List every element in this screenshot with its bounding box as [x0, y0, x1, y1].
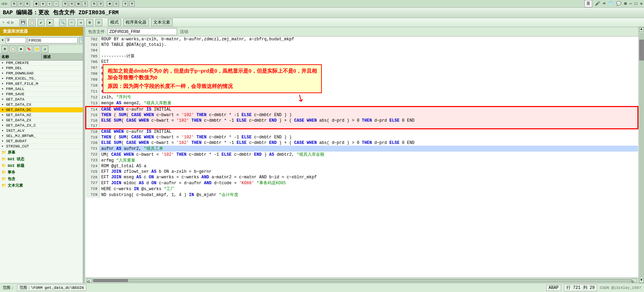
- sidebar-item[interactable]: • STRING_CUT: [0, 144, 83, 149]
- toolbar-icon-2[interactable]: ⊡: [18, 1, 23, 7]
- sidebar-filter-input[interactable]: [27, 37, 78, 43]
- nav-back-icon[interactable]: ◁: [1, 1, 4, 6]
- sidebar-item[interactable]: • FRM_GET_FILE_M: [0, 81, 83, 87]
- code-line-content[interactable]: zxlh, "序列号: [100, 94, 638, 100]
- code-line-content[interactable]: CASE WHEN c~aufnr IS INITIAL: [100, 107, 638, 112]
- scroll-left-btn[interactable]: ◁: [87, 278, 92, 283]
- code-line-content[interactable]: [100, 123, 638, 129]
- toolbar-mode-btn[interactable]: 模式: [108, 19, 121, 26]
- sidebar-item[interactable]: • FRM_EXCEL_TO_: [0, 76, 83, 81]
- toolbar-icon-14[interactable]: ◉: [107, 1, 112, 7]
- code-line-content[interactable]: HERE c~werks IN @s_werks "工厂: [100, 186, 638, 192]
- toolbar-icon-8[interactable]: ⊞: [62, 1, 68, 7]
- code-line-content[interactable]: ROM @gt_total AS a: [100, 163, 638, 169]
- code-line-content[interactable]: THEN ( SUM( CASE WHEN c~bwart = '102' TH…: [100, 112, 638, 118]
- sidebar-item[interactable]: • GET_DATA_ZX: [0, 118, 83, 123]
- code-line-content[interactable]: ECT: [100, 59, 638, 65]
- code-line-content[interactable]: aufnr AS aufnr2, "模具工单: [100, 146, 638, 152]
- toolbar-icon-12[interactable]: ⊞: [91, 1, 97, 7]
- file-name-input[interactable]: [108, 28, 177, 35]
- toolbar-run-icon[interactable]: ▶: [47, 19, 54, 26]
- code-line-content[interactable]: menge, "预计产出成品重量: [100, 82, 638, 88]
- sidebar-item[interactable]: • FRM_DEL: [0, 66, 83, 71]
- toolbar-icon-11[interactable]: ℹ: [82, 1, 88, 7]
- sidebar-folder[interactable]: 📁包含: [0, 176, 83, 182]
- code-line-content[interactable]: CASE WHEN c~aufnr IS INITIAL: [100, 129, 638, 135]
- code-line-content[interactable]: menge AS menge2, "模具入库数量: [100, 100, 638, 107]
- toolbar-icon-5[interactable]: ◈: [40, 1, 46, 7]
- sidebar-item[interactable]: • FRM_SAVE: [0, 92, 83, 97]
- sidebar-item[interactable]: • SEL_MJ_BRTWR_: [0, 133, 83, 139]
- dropdown-arrow-icon[interactable]: ▾: [1, 38, 4, 43]
- code-line-content[interactable]: werks, "工厂: [100, 65, 638, 71]
- toolbar-nav-back[interactable]: ◁: [7, 20, 9, 25]
- toolbar-save-icon[interactable]: 💾: [19, 19, 26, 26]
- toolbar-icon-4[interactable]: ▣: [33, 1, 39, 7]
- sidebar-item[interactable]: • GET_DATA_ZX_C: [0, 123, 83, 128]
- toolbar-icon-17[interactable]: ⊗: [129, 1, 135, 7]
- toolbar-replace-icon[interactable]: ↔: [68, 19, 75, 26]
- toolbar-icon-15[interactable]: ◎: [113, 1, 119, 7]
- toolbar-icon-3[interactable]: ⊠: [24, 1, 30, 7]
- scroll-down-btn[interactable]: ▼: [639, 278, 644, 283]
- sidebar-item[interactable]: • FRM_SALL: [0, 87, 83, 92]
- toolbar-icon-1[interactable]: ⊞: [11, 1, 17, 7]
- sidebar-folder[interactable]: 📁事务: [0, 169, 83, 176]
- code-line-content[interactable]: ELSE SUM( CASE WHEN c~bwart = '102' THEN…: [100, 118, 638, 123]
- sidebar-item[interactable]: • FRM_DOWNLOAD: [0, 71, 83, 76]
- code-line-content[interactable]: THEN ( SUM( CASE WHEN c~bwart = '102' TH…: [100, 135, 638, 140]
- scroll-up-btn[interactable]: ▲: [639, 27, 644, 32]
- sidebar-btn-2[interactable]: 📋: [9, 46, 16, 52]
- toolbar-find-icon[interactable]: 🔍: [59, 19, 66, 26]
- code-line-content[interactable]: ----------计算: [100, 53, 638, 59]
- maximize-icon[interactable]: □: [635, 1, 637, 6]
- h-scrollbar[interactable]: [93, 279, 631, 282]
- sidebar-btn-4[interactable]: 🔖: [25, 46, 32, 52]
- sidebar-folder[interactable]: 📁文本元素: [0, 182, 83, 189]
- sidebar-btn-1[interactable]: ⊞: [1, 46, 8, 52]
- toolbar-text-elem-btn[interactable]: 文本元素: [151, 19, 173, 26]
- sidebar-folder[interactable]: 📁GUI 标题: [0, 162, 83, 169]
- toolbar-nav3-icon[interactable]: ⊞: [86, 19, 93, 26]
- sidebar-btn-3[interactable]: ✱: [17, 46, 24, 52]
- minimize-icon[interactable]: ─: [629, 1, 632, 6]
- sidebar-item[interactable]: • SET_BUDAT: [0, 139, 83, 144]
- toolbar-icon-10[interactable]: ▤: [75, 1, 81, 7]
- toolbar-indent-icon[interactable]: ⇥: [77, 19, 84, 26]
- sidebar-item[interactable]: • GET_DATA: [0, 97, 83, 102]
- code-line-content[interactable]: ELSE SUM( CASE WHEN c~bwart = '102' THEN…: [100, 140, 638, 146]
- code-line-content[interactable]: EFT JOIN mseg AS c ON a~werks = c~werks …: [100, 175, 638, 180]
- code-line-content[interactable]: ND substring( c~budat_mkpf, 1, 4 ) IN @s…: [100, 192, 638, 198]
- v-scrollbar[interactable]: ▲ ▼: [638, 27, 644, 283]
- sidebar-search-input[interactable]: [5, 37, 26, 43]
- close-icon[interactable]: ✕: [640, 1, 643, 6]
- code-line-content[interactable]: ROUP BY a~werks,a~zxlh, b~matnr, b~aufnr…: [100, 36, 638, 42]
- lang-icon[interactable]: 英: [585, 0, 592, 7]
- sidebar-item[interactable]: • GET_DATA_HZ: [0, 113, 83, 118]
- sidebar-item[interactable]: • FRM_CREATE: [0, 60, 83, 66]
- code-line-content[interactable]: erfmg "入库重量: [100, 157, 638, 163]
- toolbar-icon-13[interactable]: ⊟: [98, 1, 103, 7]
- search-execute-icon[interactable]: 🔍: [79, 37, 84, 43]
- toolbar-nav4-icon[interactable]: ⊟: [95, 19, 102, 26]
- toolbar-icon-16[interactable]: ⊕: [122, 1, 128, 7]
- toolbar-icon-7[interactable]: ✧: [53, 1, 59, 7]
- scroll-track[interactable]: [639, 33, 644, 277]
- scroll-thumb[interactable]: [639, 40, 644, 60]
- code-line-content[interactable]: matnr, "产品: [100, 71, 638, 76]
- code-line-content[interactable]: matnr2, "模具料号: [100, 88, 638, 94]
- toolbar-format-btn[interactable]: 程序美化器: [123, 19, 149, 26]
- sidebar-folder[interactable]: 📁屏幕: [0, 149, 83, 156]
- code-line-content[interactable]: [100, 48, 638, 53]
- code-line-content[interactable]: EFT JOIN mldoc AS d ON c~aufnr = d~aufnr…: [100, 180, 638, 186]
- toolbar-check-icon[interactable]: ✔: [38, 19, 45, 26]
- toolbar-icon-6[interactable]: ✦: [47, 1, 52, 7]
- sidebar-btn-5[interactable]: ⭐: [33, 46, 40, 52]
- sidebar-btn-6[interactable]: ↺: [41, 46, 48, 52]
- code-line-content[interactable]: EFT JOIN zflowt_ser AS b ON a~zxlh = b~g…: [100, 169, 638, 175]
- sidebar-item[interactable]: • INIT_ALV: [0, 128, 83, 133]
- sidebar-item[interactable]: • GET_DATA_CX: [0, 102, 83, 107]
- code-line-content[interactable]: NTO TABLE @DATA(gt_total).: [100, 42, 638, 48]
- toolbar-copy-icon[interactable]: 📋: [29, 19, 35, 26]
- toolbar-nav-fwd[interactable]: ▷: [11, 20, 14, 25]
